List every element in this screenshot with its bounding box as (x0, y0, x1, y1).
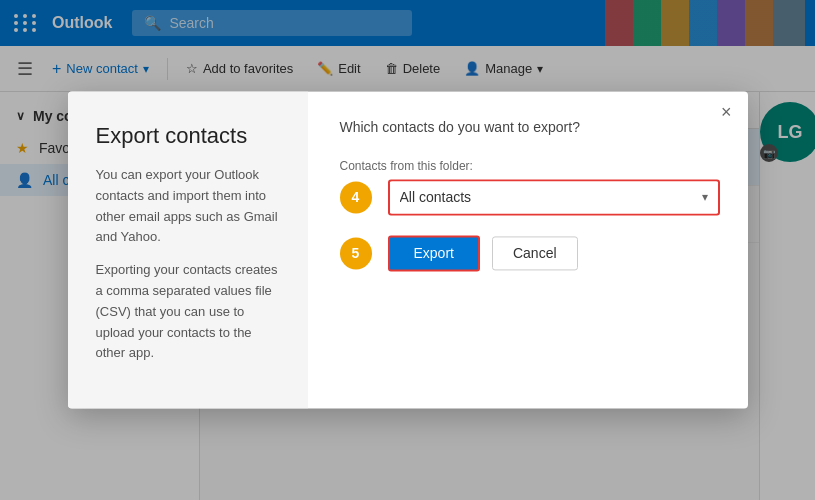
export-button[interactable]: Export (388, 235, 480, 271)
cancel-button[interactable]: Cancel (492, 236, 578, 270)
dialog-folder-label: Contacts from this folder: (340, 159, 720, 173)
dialog-right-panel: × Which contacts do you want to export? … (308, 91, 748, 408)
export-dialog: Export contacts You can export your Outl… (68, 91, 748, 408)
folder-select[interactable]: All contacts Favorites My contacts (390, 181, 718, 213)
step-5-circle: 5 (340, 237, 372, 269)
dialog-left-panel: Export contacts You can export your Outl… (68, 91, 308, 408)
action-buttons: Export Cancel (388, 235, 578, 271)
step-4-circle: 4 (340, 181, 372, 213)
dialog-close-button[interactable]: × (721, 103, 732, 121)
step-4-row: 4 All contacts Favorites My contacts ▾ (340, 179, 720, 215)
dialog-question: Which contacts do you want to export? (340, 119, 720, 135)
dialog-description-1: You can export your Outlook contacts and… (96, 165, 280, 248)
folder-select-wrapper: All contacts Favorites My contacts ▾ (388, 179, 720, 215)
step-5-row: 5 Export Cancel (340, 235, 720, 271)
dialog-title: Export contacts (96, 123, 280, 149)
dialog-description-2: Exporting your contacts creates a comma … (96, 261, 280, 365)
